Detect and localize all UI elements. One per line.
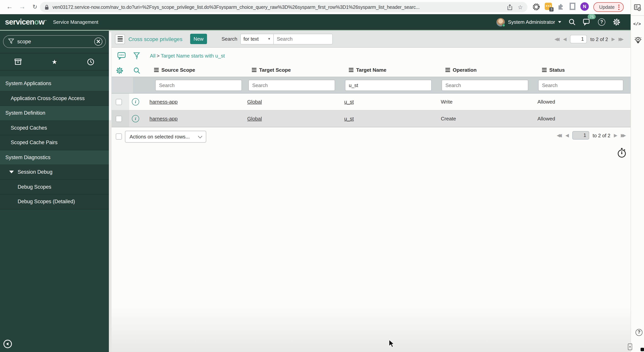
extension-icon-yellow[interactable]: 3 — [545, 3, 552, 10]
sidebar-item-system-applications[interactable]: System Applications — [0, 76, 109, 91]
resize-handle-icon[interactable] — [628, 344, 632, 350]
cell-target-scope[interactable]: Global — [247, 99, 262, 105]
first-page-button[interactable]: ◀◀ — [554, 36, 560, 42]
column-menu-icon[interactable] — [252, 68, 256, 72]
user-menu[interactable]: System Administrator — [496, 18, 561, 26]
column-menu-icon[interactable] — [154, 68, 159, 72]
filter-condition-icon[interactable] — [134, 52, 140, 60]
history-clock-icon — [87, 58, 94, 66]
sidebar-item-system-diagnostics[interactable]: System Diagnostics — [0, 150, 109, 165]
column-header-target-scope[interactable]: Target Scope — [252, 67, 291, 73]
next-page-button[interactable]: ▶ — [612, 36, 615, 42]
list-context-menu-button[interactable] — [115, 34, 125, 44]
clear-filter-icon[interactable] — [94, 38, 102, 46]
search-status-input[interactable] — [538, 80, 623, 91]
browser-back-button[interactable]: ← — [4, 2, 15, 12]
navigator-filter[interactable] — [3, 35, 106, 48]
sidebar-item-scoped-caches[interactable]: Scoped Caches — [0, 120, 109, 135]
first-page-button[interactable]: ◀◀ — [557, 133, 562, 138]
list-search-input[interactable] — [274, 34, 333, 44]
sidebar-item-session-debug[interactable]: Session Debug — [0, 165, 109, 180]
column-header-target-name[interactable]: Target Name — [349, 67, 386, 73]
last-page-button[interactable]: ▶▶ — [618, 36, 624, 42]
record-info-icon[interactable]: i — [132, 98, 139, 106]
navigator-filter-input[interactable] — [17, 39, 94, 44]
chevron-down-icon — [198, 134, 202, 138]
global-search-icon[interactable] — [568, 18, 576, 26]
collapse-navigator-button[interactable] — [4, 340, 12, 348]
cell-source-scope[interactable]: harness-app — [150, 99, 178, 105]
browser-address-bar[interactable]: ven03172.service-now.com/nav_to.do?uri=%… — [40, 2, 528, 12]
page-number-input[interactable] — [570, 35, 587, 43]
share-icon[interactable] — [507, 4, 512, 10]
loading-extension-icon[interactable] — [532, 3, 540, 11]
search-source-scope-input[interactable] — [155, 80, 242, 91]
column-menu-icon[interactable] — [542, 68, 547, 72]
browser-profile-avatar[interactable]: N — [580, 2, 589, 11]
servicenow-logo: servicenow™ — [5, 18, 46, 26]
breadcrumb-filter-link[interactable]: Target Name starts with u_st — [161, 53, 225, 59]
settings-gear-icon[interactable] — [612, 18, 620, 26]
puzzle-extensions-icon[interactable] — [557, 3, 564, 10]
search-target-name-input[interactable] — [345, 80, 432, 91]
search-target-scope-input[interactable] — [248, 80, 335, 91]
column-search-toggle-icon[interactable] — [134, 67, 140, 74]
cell-target-scope[interactable]: Global — [247, 116, 262, 122]
column-header-operation[interactable]: Operation — [446, 67, 477, 73]
column-menu-icon[interactable] — [349, 68, 354, 72]
tab-all-applications[interactable] — [0, 58, 36, 65]
sidebar-item-debug-scopes-detailed[interactable]: Debug Scopes (Detailed) — [0, 194, 109, 209]
column-menu-icon[interactable] — [446, 68, 450, 72]
insight-lightbulb-icon[interactable] — [634, 36, 642, 45]
browser-forward-button[interactable]: → — [17, 2, 28, 12]
new-button[interactable]: New — [190, 34, 207, 44]
code-panel-icon[interactable]: </> — [633, 22, 641, 26]
previous-page-button[interactable]: ◀ — [566, 133, 569, 138]
browser-menu-icon[interactable] — [618, 4, 620, 10]
tab-history[interactable] — [73, 58, 109, 66]
search-type-select[interactable]: for text ▼ — [240, 34, 274, 44]
column-header-status[interactable]: Status — [542, 67, 565, 73]
cell-target-name[interactable]: u_st — [344, 99, 354, 105]
cell-source-scope[interactable]: harness-app — [150, 116, 178, 122]
list-personalize-gear-icon[interactable] — [116, 67, 124, 74]
extension-dots — [546, 5, 551, 6]
help-button[interactable]: ? — [598, 18, 605, 26]
tab-favorites[interactable]: ★ — [36, 58, 72, 66]
actions-on-selected-rows-select[interactable]: Actions on selected rows... — [125, 131, 206, 143]
column-header-source-scope[interactable]: Source Scope — [154, 67, 195, 73]
sidebar-item-system-definition[interactable]: System Definition — [0, 106, 109, 120]
bookmark-star-icon[interactable]: ☆ — [518, 4, 523, 10]
sidebar-item-debug-scopes[interactable]: Debug Scopes — [0, 180, 109, 194]
breadcrumb-all-link[interactable]: All — [150, 53, 156, 59]
page-help-icon[interactable]: ? — [636, 329, 642, 336]
search-operation-input[interactable] — [442, 80, 528, 91]
navigator-scrollbar[interactable] — [109, 31, 112, 352]
list-title[interactable]: Cross scope privileges — [128, 36, 182, 42]
browser-update-button[interactable]: Update — [594, 2, 624, 12]
notification-badge: 75 — [588, 14, 596, 19]
previous-page-button[interactable]: ◀ — [563, 36, 566, 42]
row-checkbox[interactable] — [116, 116, 122, 122]
select-all-checkbox[interactable] — [116, 134, 122, 140]
extension-badge: 3 — [549, 7, 554, 12]
pagination-bottom: ◀◀ ◀ to 2 of 2 ▶ ▶▶ — [557, 131, 626, 140]
conversations-button[interactable]: 75 — [583, 18, 591, 26]
update-label: Update — [599, 4, 615, 10]
sidebar-item-application-cross-scope-access[interactable]: Application Cross-Scope Access — [0, 91, 109, 106]
row-checkbox[interactable] — [116, 99, 122, 105]
next-page-button[interactable]: ▶ — [614, 133, 617, 138]
banner-controls: System Administrator 75 ? — [496, 18, 620, 26]
list-comments-icon[interactable] — [117, 52, 126, 60]
page-number-input[interactable] — [572, 131, 589, 140]
cell-target-name[interactable]: u_st — [344, 116, 354, 122]
browser-reload-button[interactable]: ↻ — [30, 2, 40, 12]
response-time-stopwatch-icon[interactable] — [617, 148, 627, 158]
chat-icon — [583, 18, 591, 26]
reading-list-panel-icon[interactable] — [634, 4, 642, 12]
sidebar-item-scoped-cache-pairs[interactable]: Scoped Cache Pairs — [0, 135, 109, 150]
side-panel-extension-icon[interactable] — [570, 3, 576, 10]
record-info-icon[interactable]: i — [132, 115, 139, 122]
last-page-button[interactable]: ▶▶ — [621, 133, 626, 138]
scrollbar-thumb[interactable] — [109, 32, 111, 120]
